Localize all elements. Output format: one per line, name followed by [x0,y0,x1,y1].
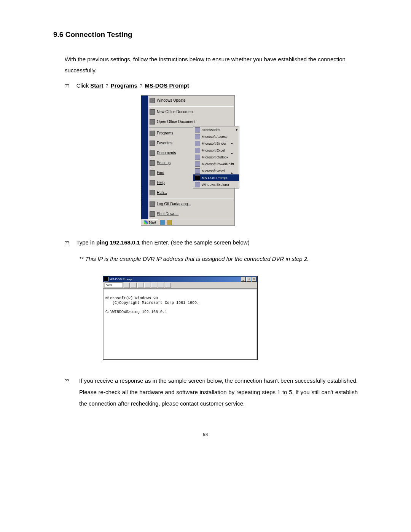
minimize-button[interactable]: _ [241,277,246,282]
step1-path-programs: Programs [111,82,137,89]
logoff-icon [150,201,155,207]
msdos-icon [104,277,108,281]
step-2: ?? Type in ping 192.168.0.1 then Enter. … [53,237,358,248]
menu-item-run[interactable]: Run... [148,188,234,198]
menu-item-help[interactable]: Help [148,178,234,188]
dos-toolbar: Auto [103,282,257,289]
chevron-right-icon: ▸ [231,141,233,145]
step1-prefix: Click [76,82,91,89]
font-size-selector[interactable]: Auto [105,283,123,288]
menu-item-programs[interactable]: Programs▸ Accessories▸ Microsoft Access … [148,128,234,138]
toolbar-button[interactable] [137,283,143,288]
menu-item-open-office-document[interactable]: Open Office Document [148,117,234,127]
menu-item-documents[interactable]: Documents▸ [148,148,234,158]
toolbar-button[interactable] [144,283,150,288]
section-heading: 9.6 Connection Testing [53,30,358,39]
figure-start-menu: Windows 98 Windows Update New Office Doc… [141,95,358,226]
menu-item-settings[interactable]: Settings▸ [148,158,234,168]
programs-icon [150,131,155,136]
toolbar-button[interactable] [124,283,130,288]
close-button[interactable]: × [252,277,256,282]
start-button[interactable]: Start [142,219,158,225]
brand-label: Windows 98 [138,188,142,210]
toolbar-button[interactable] [158,283,164,288]
arrow-icon: ? [139,83,143,89]
folder-icon [195,127,200,133]
document-icon [150,109,155,115]
dos-terminal-output[interactable]: Microsoft(R) Windows 98 (C)Copyright Mic… [104,289,256,359]
menu-item-find[interactable]: Find▸ [148,168,234,178]
bullet-icon: ?? [65,240,68,246]
bullet-icon: ?? [65,83,68,89]
page-number: 58 [53,432,358,437]
toolbar-button[interactable] [151,283,157,288]
intro-paragraph: With the previous settings, follow the i… [53,54,358,76]
chevron-right-icon: ▸ [236,128,238,131]
figure-dos-prompt: MS-DOS Prompt _ □ × Auto Microsoft(R) Wi… [103,276,358,360]
taskbar: Start [141,219,234,225]
step2-suffix: then Enter. (See the sample screen below… [140,239,250,246]
step2-prefix: Type in [76,239,96,246]
globe-icon [150,98,155,103]
search-icon [150,170,155,176]
documents-icon [150,150,155,156]
run-icon [150,190,155,195]
arrow-icon: ? [105,83,110,89]
menu-item-new-office-document[interactable]: New Office Document [148,107,234,117]
step2-note: ** This IP is the example DVR IP address… [53,254,358,265]
menu-item-favorites[interactable]: Favorites▸ [148,138,234,148]
step2-command: ping 192.168.0.1 [96,239,140,246]
step-1: ?? Click Start ? Programs ? MS-DOS Promp… [53,80,358,91]
menu-item-windows-update[interactable]: Windows Update [148,96,234,105]
chevron-right-icon: ▸ [231,171,233,174]
bullet-icon: ?? [65,378,68,383]
toolbar-button[interactable] [131,283,137,288]
chevron-right-icon: ▸ [231,151,233,155]
submenu-item-accessories[interactable]: Accessories▸ [193,126,239,133]
shutdown-icon [150,211,155,217]
gear-icon [150,160,155,166]
window-title: MS-DOS Prompt [110,278,132,281]
step1-path-msdos: MS-DOS Prompt [145,82,189,89]
taskbar-quicklaunch-icon[interactable] [167,220,172,225]
help-icon [150,180,155,185]
folder-open-icon [150,119,155,125]
windows-logo-icon [144,220,148,224]
chevron-right-icon: ▸ [231,161,233,165]
maximize-button[interactable]: □ [246,277,251,282]
window-titlebar: MS-DOS Prompt _ □ × [103,276,257,282]
menu-item-logoff[interactable]: Log Off Dadapang... [148,199,234,209]
star-icon [150,141,155,146]
step1-path-start: Start [90,82,103,89]
start-menu-brand-strip: Windows 98 [141,96,148,219]
menu-item-shutdown[interactable]: Shut Down... [148,209,234,219]
taskbar-quicklaunch-icon[interactable] [160,220,165,225]
step-3-text: If you receive a response as in the samp… [53,375,358,409]
toolbar-button[interactable] [165,283,171,288]
